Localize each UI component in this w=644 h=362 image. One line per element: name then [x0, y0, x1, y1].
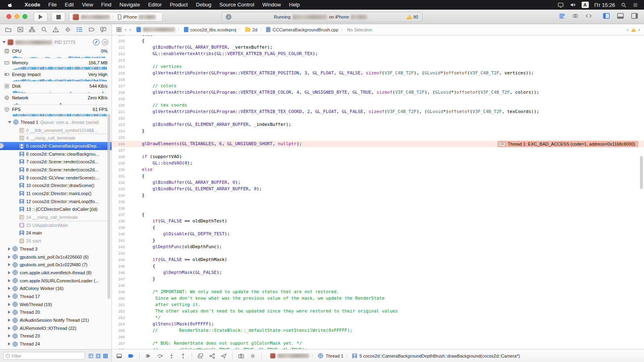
activity-status-display[interactable]: 2 Running on iPhone 90 [221, 12, 423, 22]
code-line[interactable]: 223 glBindBuffer(GL_ELEMENT_ARRAY_BUFFER… [112, 121, 644, 128]
stacked-view-toggle-icon[interactable] [95, 353, 101, 359]
navigator-toggle-button[interactable] [603, 12, 610, 20]
thread-row[interactable]: com.apple.NSURLConnectionLoader (... [0, 277, 111, 285]
disclosure-triangle-icon[interactable] [8, 327, 10, 330]
code-line[interactable]: 210 { [112, 38, 644, 44]
menu-item-navigate[interactable]: Navigate [116, 2, 144, 8]
code-line[interactable]: 232 glBindBuffer(GL_ARRAY_BUFFER, 0); [112, 179, 644, 186]
minimize-window-button[interactable] [14, 14, 19, 19]
frame-crumb[interactable]: 5 cocos2d::CameraBackgroundDepthBrush::d… [359, 354, 520, 358]
stack-frame-row[interactable]: 13 ::-[CCDirectorCaller doCaller:](id) [0, 206, 111, 214]
code-line[interactable]: 255 // RenderState::StateBlock::_default… [112, 327, 644, 334]
code-line[interactable]: 214 // vertices [112, 64, 644, 70]
code-line[interactable]: 251 after setting it. [112, 302, 644, 308]
symbol-navigator-icon[interactable] [29, 26, 35, 33]
code-line[interactable]: 213 [112, 57, 644, 64]
stack-frame-row[interactable]: 14 __clang_call_terminate [0, 213, 111, 221]
code-line[interactable]: 216 [112, 76, 644, 83]
breadcrumb-item[interactable]: cocos2d_libs.xcodeproj [184, 27, 236, 32]
disclosure-triangle-icon[interactable] [8, 247, 10, 251]
report-navigator-icon[interactable] [100, 26, 107, 33]
code-line[interactable]: 237 { [112, 212, 644, 218]
next-issue-chevron-icon[interactable]: › [638, 27, 640, 33]
thread-row[interactable]: gputools.smt_poll.0x1c022f480 (7) [0, 261, 111, 269]
code-line[interactable]: 229 GL::bindVAO(0); [112, 160, 644, 167]
gauge-energy-impact[interactable]: Energy ImpactVery High [0, 71, 111, 82]
display-icon[interactable] [557, 2, 564, 8]
code-line[interactable]: 234 } [112, 192, 644, 199]
debug-area-toggle-button[interactable] [617, 12, 624, 20]
inspector-toggle-button[interactable] [631, 12, 638, 20]
gauge-columns-button[interactable] [102, 39, 108, 45]
disclosure-triangle-icon[interactable] [8, 271, 10, 274]
gauge-disk[interactable]: Disk544 KB/s [0, 82, 111, 94]
code-line[interactable]: 241 } [112, 237, 644, 244]
apple-logo-icon[interactable] [6, 2, 13, 8]
code-line[interactable]: 218 glVertexAttribPointer(GLProgram::VER… [112, 89, 644, 96]
breadcrumb-item[interactable]: No Selection [347, 27, 372, 32]
forward-chevron-icon[interactable]: › [129, 27, 131, 33]
stack-frame-row[interactable]: 11 cocos2d::Director::mainLoop() [0, 189, 111, 197]
code-line[interactable]: 221 glVertexAttribPointer(GLProgram::VER… [112, 109, 644, 115]
stack-frame-row[interactable]: 4 __clang_call_terminate [0, 134, 111, 142]
simulate-location-icon[interactable] [221, 353, 227, 359]
code-line[interactable]: 242 glDepthFunc(oldDepthFunc); [112, 244, 644, 250]
breadcrumb-item[interactable] [136, 27, 175, 32]
menu-item-xcode[interactable]: Xcode [21, 2, 44, 8]
exception-badge[interactable]: Thread 1: EXC_BAD_ACCESS (code=1, addres… [497, 141, 638, 147]
menu-item-editor[interactable]: Editor [144, 2, 166, 8]
close-window-button[interactable] [6, 14, 11, 19]
assistant-editor-button[interactable] [572, 12, 579, 19]
version-editor-button[interactable] [585, 12, 592, 19]
code-line[interactable]: 222 [112, 115, 644, 121]
previous-issue-chevron-icon[interactable]: ‹ [627, 27, 628, 33]
code-line[interactable]: 239 { [112, 224, 644, 231]
code-line[interactable]: 250 Since we don't know what was the pre… [112, 295, 644, 302]
code-line[interactable]: 215 glVertexAttribPointer(GLProgram::VER… [112, 70, 644, 76]
menu-item-find[interactable]: Find [97, 2, 115, 8]
stack-frame-row[interactable]: 9 cocos2d::GLView::renderScene(c... [0, 174, 111, 182]
step-out-icon[interactable] [180, 353, 186, 359]
thread-row[interactable]: AVAudioSession Notify Thread (21) [0, 316, 111, 324]
breadcrumb-item[interactable]: CCCameraBackgroundBrush.cpp [266, 27, 338, 32]
disclosure-triangle-icon[interactable] [8, 319, 10, 322]
active-view-toggle-icon[interactable] [103, 353, 108, 359]
screenshot-camera-icon[interactable] [238, 353, 244, 359]
stack-frame-row[interactable]: 10 cocos2d::Director::drawScene() [0, 182, 111, 190]
disclosure-triangle-icon[interactable] [8, 279, 10, 282]
stop-button[interactable] [52, 12, 65, 22]
menu-item-file[interactable]: File [44, 2, 61, 8]
error-code-line[interactable]: 226 glDrawElements(GL_TRIANGLES, 6, GL_U… [112, 141, 644, 147]
issue-warning-icon[interactable] [631, 28, 636, 32]
volume-icon[interactable] [570, 2, 576, 8]
gauge-fps[interactable]: FPS61 FPS [0, 106, 111, 117]
breadcrumb-item[interactable]: 2d [245, 27, 257, 32]
code-line[interactable]: 235 [112, 199, 644, 205]
code-line[interactable]: 257 /* BUG: RenderState does not support… [112, 340, 644, 347]
stack-frame-row[interactable]: 25 start [0, 237, 111, 245]
warning-count[interactable]: 90 [407, 14, 418, 19]
code-line[interactable]: 219 [112, 96, 644, 102]
gauge-cpu[interactable]: CPU0% [0, 47, 111, 59]
code-line[interactable]: 256 [112, 334, 644, 340]
code-line[interactable]: 248 [112, 282, 644, 289]
input-source-icon[interactable]: A [582, 2, 589, 8]
hide-debug-area-icon[interactable] [116, 353, 122, 359]
menu-item-edit[interactable]: Edit [61, 2, 78, 8]
back-chevron-icon[interactable]: ‹ [125, 27, 126, 33]
source-control-navigator-icon[interactable] [17, 26, 24, 33]
menu-item-source-control[interactable]: Source Control [215, 2, 258, 8]
project-navigator-icon[interactable] [5, 26, 12, 33]
code-line[interactable]: 233 glBindBuffer(GL_ELEMENT_ARRAY_BUFFER… [112, 186, 644, 192]
zoom-window-button[interactable] [23, 14, 27, 19]
thread-row[interactable]: Thread 1 Queue: com.a...thread (serial) [0, 118, 111, 126]
debug-navigator-icon[interactable] [76, 26, 83, 33]
code-line[interactable]: 211 glBindBuffer(GL_ARRAY_BUFFER, _verte… [112, 44, 644, 51]
code-line[interactable]: 254 glStencilMask(0xFFFFF); [112, 321, 644, 327]
stack-frame-row[interactable]: 5 cocos2d::CameraBackgroundDep... [0, 142, 111, 150]
process-row[interactable]: PID 17773 [0, 37, 111, 47]
disclosure-triangle-icon[interactable] [8, 263, 10, 266]
test-navigator-icon[interactable] [64, 26, 71, 33]
scheme-selector[interactable]: 〉 iPhone [69, 12, 163, 22]
code-line[interactable]: 247 } [112, 276, 644, 282]
